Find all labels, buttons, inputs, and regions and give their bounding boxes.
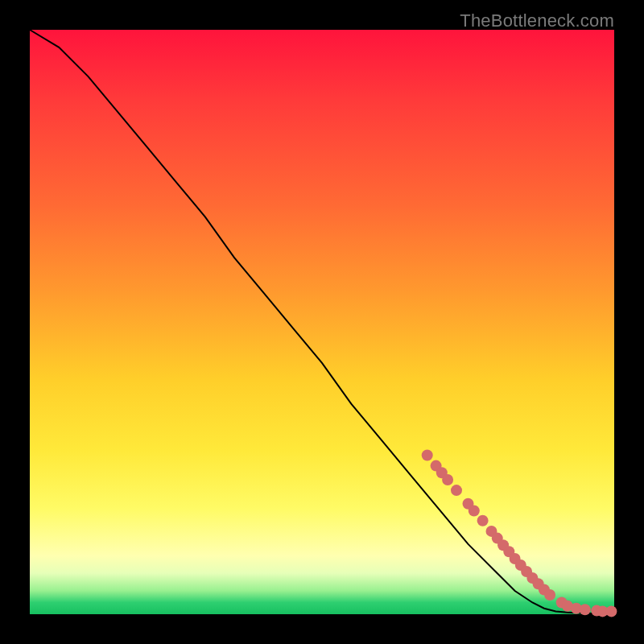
marker-group bbox=[422, 450, 617, 617]
data-marker bbox=[442, 474, 453, 485]
curve-path bbox=[30, 30, 614, 613]
data-marker bbox=[422, 450, 433, 461]
data-marker bbox=[605, 605, 617, 617]
data-marker bbox=[544, 589, 555, 601]
data-marker bbox=[580, 604, 591, 615]
watermark-text: TheBottleneck.com bbox=[460, 10, 614, 31]
data-marker bbox=[451, 485, 462, 496]
data-marker bbox=[477, 515, 489, 526]
data-marker bbox=[469, 506, 480, 517]
chart-svg bbox=[30, 30, 614, 614]
plot-area bbox=[30, 30, 614, 614]
chart-frame: TheBottleneck.com bbox=[0, 0, 644, 644]
